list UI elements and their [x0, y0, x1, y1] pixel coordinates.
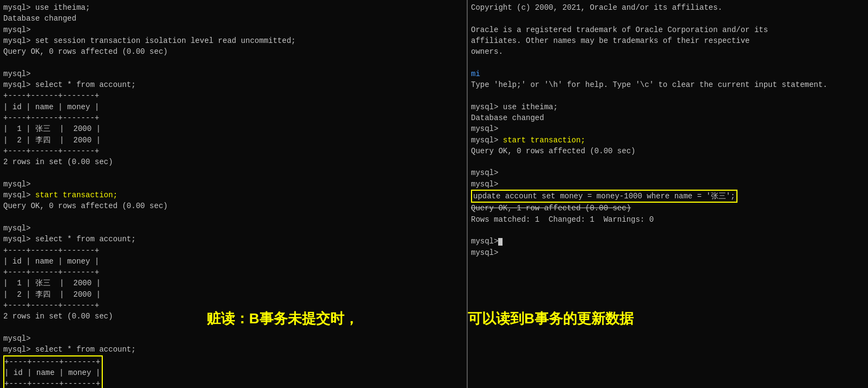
table3-highlighted: +----+------+-------+ | id | name | mone…	[3, 355, 103, 389]
cursor-right	[498, 238, 503, 246]
right-terminal: Copyright (c) 2000, 2021, Oracle and/or …	[468, 0, 868, 388]
left-terminal-content: mysql> use itheima; Database changed mys…	[3, 2, 463, 355]
update-command-text: update account set money = money-1000 wh…	[473, 191, 735, 202]
left-terminal: mysql> use itheima; Database changed mys…	[0, 0, 468, 388]
update-command-highlight: update account set money = money-1000 wh…	[471, 190, 737, 203]
left-annotation: 赃读：B事务未提交时，	[207, 309, 358, 328]
right-terminal-after-update: Query OK, 1 row affected (0.00 sec) Rows…	[471, 203, 865, 258]
right-annotation: 可以读到B事务的更新数据	[468, 309, 634, 328]
start-transaction-highlight-right: start transaction;	[503, 136, 585, 145]
table3-content: +----+------+-------+ | id | name | mone…	[4, 356, 102, 389]
start-transaction-highlight-left: start transaction;	[35, 191, 117, 199]
query-ok-strikethrough: Query OK, 1 row affected (0.00 sec)	[471, 204, 631, 212]
right-terminal-content: Copyright (c) 2000, 2021, Oracle and/or …	[471, 2, 865, 190]
prompt-partial: mi	[471, 70, 480, 78]
